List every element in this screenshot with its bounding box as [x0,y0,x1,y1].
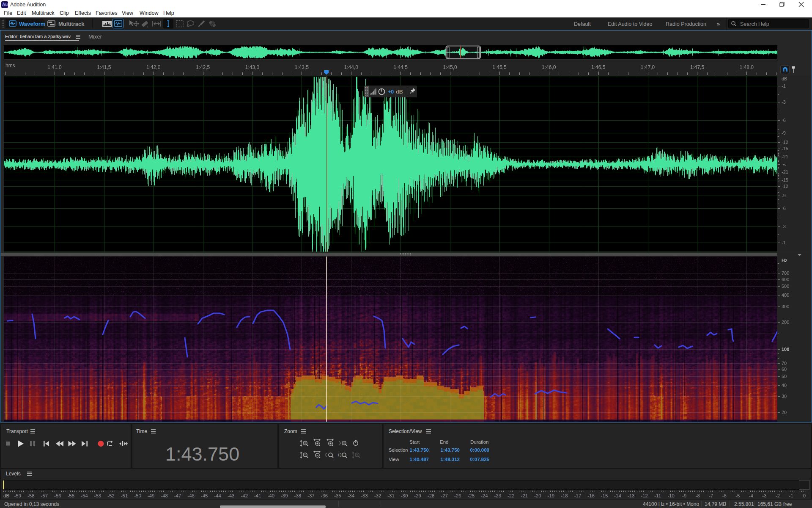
svg-text:〉: 〉 [339,440,341,445]
svg-text:〈: 〈 [338,452,340,457]
svg-text:〈: 〈 [325,452,327,457]
svg-text:〉: 〉 [340,452,342,457]
